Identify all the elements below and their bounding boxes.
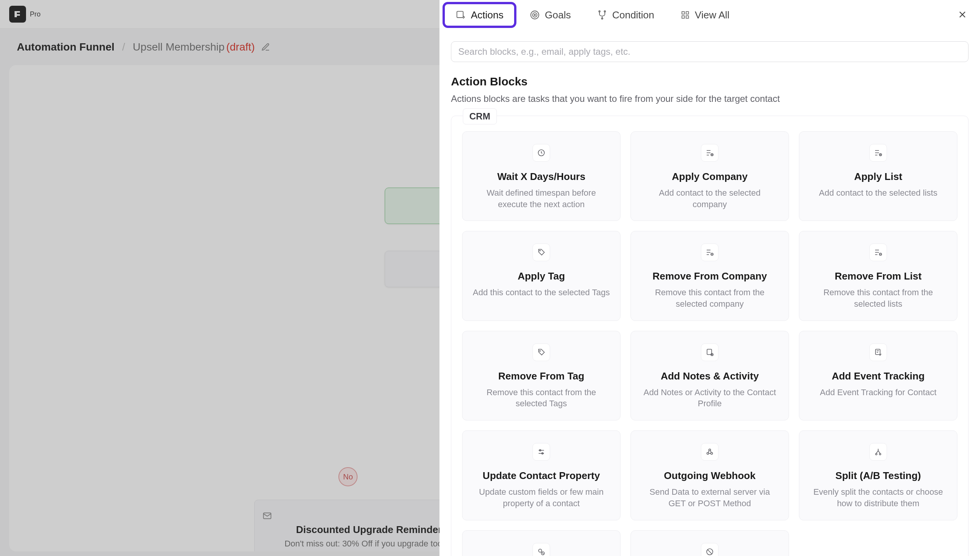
tab-condition-label: Condition <box>612 9 654 21</box>
block-title: Apply List <box>854 171 902 183</box>
block-end[interactable]: End This Funnel Here No further action w… <box>630 530 789 556</box>
block-title: Remove From Tag <box>498 370 585 382</box>
block-desc: Add contact to the selected company <box>641 187 779 210</box>
block-title: Update Contact Property <box>483 470 600 482</box>
cancel-icon <box>532 543 550 556</box>
block-title: Wait X Days/Hours <box>497 171 585 183</box>
list-add-icon <box>869 144 887 162</box>
group-crm: CRM Wait X Days/Hours Wait defined times… <box>451 116 969 556</box>
target-icon <box>529 10 540 20</box>
event-icon <box>869 343 887 361</box>
svg-point-16 <box>540 250 541 251</box>
grid-icon <box>680 10 690 20</box>
group-crm-label: CRM <box>463 108 497 124</box>
block-title: Remove From Company <box>652 270 767 282</box>
block-cancel[interactable]: Cancel Automations Pause/Cancel another … <box>462 530 621 556</box>
webhook-icon <box>701 443 719 461</box>
tab-view-all[interactable]: View All <box>669 3 741 26</box>
sliders-icon <box>532 443 550 461</box>
block-desc: Evenly split the contacts or choose how … <box>809 486 947 509</box>
svg-rect-21 <box>875 349 880 355</box>
panel-tabs: Actions Goals Condition View All <box>439 0 980 30</box>
split-icon <box>869 443 887 461</box>
close-button[interactable] <box>955 7 970 22</box>
block-title: Outgoing Webhook <box>664 470 755 482</box>
block-apply-list[interactable]: Apply List Add contact to the selected l… <box>799 131 957 221</box>
block-apply-company[interactable]: Apply Company Add contact to the selecte… <box>630 131 789 221</box>
block-title: Split (A/B Testing) <box>835 470 921 482</box>
block-title: Apply Tag <box>518 270 565 282</box>
svg-point-28 <box>879 453 881 455</box>
svg-point-6 <box>599 11 600 12</box>
block-desc: Wait defined timespan before execute the… <box>472 187 610 210</box>
tab-view-all-label: View All <box>695 9 730 21</box>
block-desc: Add Event Tracking for Contact <box>820 387 937 398</box>
tab-goals[interactable]: Goals <box>518 3 582 26</box>
block-wait[interactable]: Wait X Days/Hours Wait defined timespan … <box>462 131 621 221</box>
section-description: Actions blocks are tasks that you want t… <box>451 93 969 104</box>
svg-point-8 <box>601 18 603 20</box>
block-desc: Remove this contact from the selected co… <box>641 287 779 309</box>
block-add-event[interactable]: Add Event Tracking Add Event Tracking fo… <box>799 331 957 420</box>
tab-actions[interactable]: Actions <box>444 3 515 26</box>
list-add-icon <box>701 144 719 162</box>
branch-icon <box>597 10 608 20</box>
svg-rect-10 <box>686 11 689 14</box>
svg-point-7 <box>604 11 606 12</box>
list-remove-icon <box>701 244 719 261</box>
svg-point-29 <box>539 549 542 552</box>
stop-icon <box>701 543 719 556</box>
tab-actions-label: Actions <box>471 9 503 21</box>
block-desc: Add contact to the selected lists <box>819 187 937 199</box>
tag-icon <box>532 244 550 261</box>
block-desc: Remove this contact from the selected li… <box>809 287 947 309</box>
svg-point-4 <box>532 13 537 17</box>
section-title: Action Blocks <box>451 75 969 88</box>
svg-rect-2 <box>457 11 463 18</box>
svg-point-5 <box>534 14 536 16</box>
block-title: Remove From List <box>835 270 922 282</box>
svg-rect-11 <box>682 16 684 18</box>
svg-point-3 <box>531 11 539 19</box>
block-desc: Remove this contact from the selected Ta… <box>472 387 610 409</box>
block-split[interactable]: Split (A/B Testing) Evenly split the con… <box>799 430 957 520</box>
svg-point-26 <box>709 449 711 451</box>
block-desc: Update custom fields or few main propert… <box>472 486 610 509</box>
clock-icon <box>532 144 550 162</box>
block-remove-tag[interactable]: Remove From Tag Remove this contact from… <box>462 331 621 420</box>
tab-goals-label: Goals <box>545 9 571 21</box>
note-add-icon <box>701 343 719 361</box>
block-apply-tag[interactable]: Apply Tag Add this contact to the select… <box>462 231 621 321</box>
block-title: Add Event Tracking <box>832 370 925 382</box>
actions-side-panel: Actions Goals Condition View All Action … <box>439 0 980 556</box>
block-desc: Add this contact to the selected Tags <box>473 287 610 298</box>
tab-condition[interactable]: Condition <box>585 3 666 26</box>
block-webhook[interactable]: Outgoing Webhook Send Data to external s… <box>630 430 789 520</box>
block-remove-list[interactable]: Remove From List Remove this contact fro… <box>799 231 957 321</box>
block-title: Add Notes & Activity <box>661 370 759 382</box>
list-remove-icon <box>869 244 887 261</box>
block-title: Apply Company <box>672 171 748 183</box>
svg-rect-9 <box>682 11 684 14</box>
block-desc: Add Notes or Activity to the Contact Pro… <box>641 387 779 409</box>
svg-point-27 <box>875 453 877 455</box>
actions-icon <box>456 10 466 20</box>
tag-remove-icon <box>532 343 550 361</box>
block-desc: Send Data to external server via GET or … <box>641 486 779 509</box>
block-update-contact[interactable]: Update Contact Property Update custom fi… <box>462 430 621 520</box>
block-remove-company[interactable]: Remove From Company Remove this contact … <box>630 231 789 321</box>
block-add-notes[interactable]: Add Notes & Activity Add Notes or Activi… <box>630 331 789 420</box>
search-input[interactable] <box>451 41 969 62</box>
svg-rect-12 <box>686 16 689 18</box>
